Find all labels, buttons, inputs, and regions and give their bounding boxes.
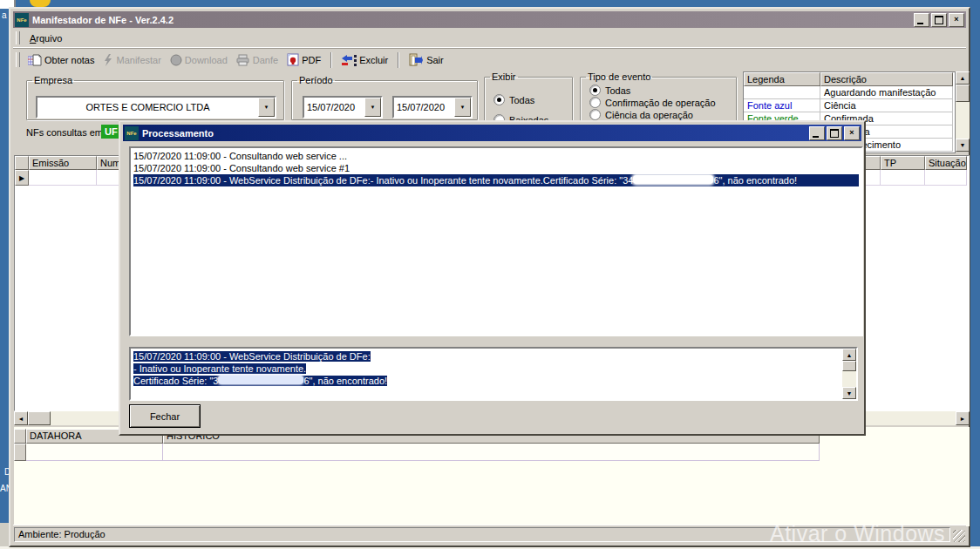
exibir-label: Exibir: [490, 71, 518, 82]
log-line[interactable]: 15/07/2020 11:09:00 - Consultando web se…: [133, 162, 859, 174]
danfe-button[interactable]: Danfe: [232, 52, 282, 68]
legenda-row[interactable]: Fonte preta Aguardando manifestação: [744, 86, 955, 99]
chevron-down-icon[interactable]: ▼: [364, 98, 381, 117]
periodo-de-value: 15/07/2020: [304, 102, 364, 112]
radio-exibir-todas[interactable]: Todas: [493, 94, 534, 105]
toolbar-separator: [398, 52, 399, 68]
grid-col-tp[interactable]: TP: [881, 156, 925, 170]
historico-cell: [26, 444, 163, 461]
log-listbox[interactable]: 15/07/2020 11:09:00 - Consultando web se…: [129, 146, 863, 336]
toolbar: Obter notas Manifestar Download Danfe: [13, 48, 966, 71]
historico-row-indicator: [14, 444, 26, 461]
download-sphere-icon: [170, 54, 182, 66]
radio-tipo-todas[interactable]: Todas: [589, 85, 630, 96]
background-window-fragment: [0, 523, 9, 549]
redacted-serial: [633, 175, 713, 184]
chevron-down-icon[interactable]: ▼: [454, 98, 471, 117]
desktop: a D AN NFe Manifestador de NFe - Ver.2.4…: [0, 0, 980, 549]
grid-col-emissao[interactable]: Emissão: [29, 156, 97, 170]
empresa-combobox[interactable]: ORTES E COMERCIO LTDA ▼: [36, 96, 276, 119]
main-window-title: Manifestador de NFe - Ver.2.4.2: [32, 15, 912, 25]
chevron-down-icon[interactable]: ▼: [258, 98, 275, 117]
empresa-label: Empresa: [32, 75, 74, 85]
periodo-ate-combobox[interactable]: 15/07/2020 ▼: [392, 96, 473, 119]
detail-memo[interactable]: 15/07/2020 11:09:00 - WebService Distrib…: [129, 347, 858, 401]
scrollbar-thumb[interactable]: [28, 411, 51, 425]
processamento-dialog: NFe Processamento × 15/07/2020 11:09:00 …: [119, 120, 866, 436]
dialog-titlebar[interactable]: NFe Processamento ×: [123, 125, 861, 141]
close-button[interactable]: ×: [949, 13, 964, 27]
dialog-minimize-button[interactable]: [809, 126, 825, 140]
detail-line: Certificado Série: "36", não encontrado!: [133, 375, 840, 387]
excluir-button[interactable]: Excluir: [337, 52, 392, 68]
nfs-consultas-label: NFs consultas em:: [26, 127, 105, 138]
scroll-down-icon[interactable]: ▼: [956, 139, 970, 152]
periodo-de-combobox[interactable]: 15/07/2020 ▼: [303, 96, 383, 119]
descricao-col-header[interactable]: Descrição: [820, 72, 953, 86]
nfe-app-icon: NFe: [15, 13, 29, 27]
dialog-close-button[interactable]: ×: [844, 126, 860, 140]
periodo-label: Período: [297, 75, 335, 85]
fechar-button[interactable]: Fechar: [129, 404, 201, 428]
radio-icon: [589, 97, 601, 108]
nfe-app-icon: NFe: [125, 126, 139, 140]
remove-arrow-icon: [342, 54, 357, 66]
log-line-selected[interactable]: 15/07/2020 11:09:00 - WebService Distrib…: [133, 174, 859, 186]
grid-cell: [29, 170, 97, 186]
legenda-col-header[interactable]: Legenda: [744, 72, 820, 86]
scrollbar-thumb[interactable]: [842, 361, 856, 371]
redacted-serial: [218, 376, 303, 384]
grid-col-situacao[interactable]: Situação: [925, 156, 967, 170]
periodo-groupbox: Período 15/07/2020 ▼ 15/07/2020 ▼: [291, 75, 478, 120]
printer-icon: [236, 54, 250, 66]
resize-grip[interactable]: [953, 530, 965, 542]
maximize-button[interactable]: [931, 13, 947, 27]
scroll-right-icon[interactable]: ►: [956, 411, 970, 425]
grid-indicator-header: [15, 156, 29, 170]
menubar: Arquivo: [13, 29, 966, 48]
scroll-up-icon[interactable]: ▲: [842, 349, 856, 361]
toolbar-separator: [330, 52, 332, 68]
scroll-down-icon[interactable]: ▼: [842, 387, 856, 399]
desktop-label-fragment: a: [2, 10, 7, 20]
scroll-up-icon[interactable]: ▲: [956, 71, 970, 85]
download-button[interactable]: Download: [166, 52, 232, 68]
memo-scrollbar[interactable]: ▲ ▼: [842, 349, 856, 399]
grid-cell: [925, 170, 967, 186]
menu-arquivo[interactable]: Arquivo: [24, 31, 68, 45]
legenda-scrollbar[interactable]: ▲ ▼: [956, 71, 970, 152]
radio-icon: [589, 109, 601, 120]
log-line[interactable]: 15/07/2020 11:09:00 - Consultando web se…: [133, 150, 859, 162]
empresa-value: ORTES E COMERCIO LTDA: [37, 102, 258, 112]
empresa-groupbox: Empresa ORTES E COMERCIO LTDA ▼: [26, 75, 284, 120]
pdf-button[interactable]: PDF: [282, 51, 325, 68]
sair-button[interactable]: Sair: [405, 51, 448, 68]
detail-line: 15/07/2020 11:09:00 - WebService Distrib…: [133, 350, 840, 363]
tipo-evento-label: Tipo de evento: [586, 71, 652, 82]
radio-tipo-confirmacao[interactable]: Confirmação de operação: [589, 97, 716, 108]
scroll-left-icon[interactable]: ◄: [14, 411, 28, 425]
dialog-title: Processamento: [142, 128, 807, 139]
detail-line: - Inativo ou Inoperante tente novamente.: [133, 363, 840, 375]
historico-indicator-header: [14, 429, 26, 444]
exit-door-icon: [409, 53, 424, 66]
historico-cell: [163, 444, 820, 461]
exibir-groupbox: Exibir Todas Baixadas: [484, 71, 573, 123]
main-titlebar[interactable]: NFe Manifestador de NFe - Ver.2.4.2 ×: [13, 11, 966, 28]
manifestar-button[interactable]: Manifestar: [99, 52, 165, 68]
grid-cell: [881, 170, 925, 186]
obter-notas-button[interactable]: Obter notas: [24, 52, 99, 68]
legenda-row[interactable]: Fonte azul Ciência: [744, 99, 955, 112]
obter-notas-icon: [28, 54, 42, 66]
toolbar-grip[interactable]: [16, 52, 20, 68]
minimize-button[interactable]: [914, 13, 929, 27]
windows-activation-watermark: Ativar o Windows: [770, 521, 945, 546]
radio-tipo-ciencia[interactable]: Ciência da operação: [589, 109, 693, 120]
radio-icon: [493, 94, 505, 105]
scrollbar-thumb[interactable]: [956, 85, 970, 102]
dialog-maximize-button[interactable]: [827, 126, 842, 140]
pdf-icon: [287, 53, 299, 66]
periodo-ate-value: 15/07/2020: [394, 102, 454, 112]
menubar-grip[interactable]: [16, 31, 20, 44]
background-icon-fragment: [30, 0, 51, 7]
